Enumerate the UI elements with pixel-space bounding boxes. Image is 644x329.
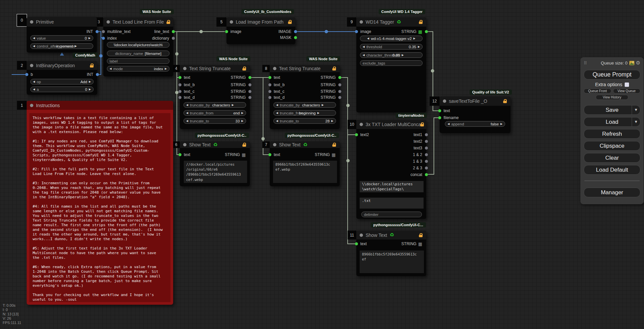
node-text-load-line-from-file[interactable]: Text Load Line From File multiline_text …	[103, 17, 173, 77]
node-save-text-to-file[interactable]: saveTextToFile _O text filename append f…	[440, 96, 510, 133]
node-load-image-from-path[interactable]: Load Image From Path image IMAGE MASK	[226, 17, 295, 44]
save-dropdown-caret[interactable]: ▼	[632, 105, 640, 114]
output-slot[interactable]	[96, 30, 99, 33]
truncate-by-widget[interactable]: truncate_by characters	[273, 102, 336, 108]
input-slot[interactable]	[268, 96, 271, 99]
output-slot[interactable]	[96, 73, 99, 76]
output-slot[interactable]	[248, 76, 251, 79]
show-text-output[interactable]: 8966b1fbbc5f269e643559613c ef	[360, 250, 424, 273]
output-slot[interactable]	[338, 76, 341, 79]
input-slot[interactable]	[268, 76, 271, 79]
dictionary-name-widget[interactable]: dictionary_name [filename]	[107, 51, 169, 56]
queue-front-button[interactable]: Queue Front	[584, 88, 611, 93]
collapse-dot-icon[interactable]	[360, 234, 363, 237]
collapse-dot-icon[interactable]	[273, 143, 276, 146]
output-slot[interactable]	[425, 153, 428, 156]
truncate-by-widget[interactable]: truncate_by characters	[183, 102, 246, 108]
input-slot[interactable]	[438, 116, 441, 119]
node-title-bar[interactable]: Text String Truncate	[180, 65, 250, 72]
output-slot[interactable]	[172, 37, 175, 40]
truncate-from-widget[interactable]: truncate_from end	[183, 110, 246, 116]
op-widget[interactable]: op Add	[30, 79, 94, 84]
collapse-dot-icon[interactable]	[360, 20, 363, 24]
node-show-text-11[interactable]: Show Text ♻ text STRING ▦ 8966b1fbbc5f26…	[356, 231, 426, 276]
instructions-text[interactable]: This workflow takes in a text file conta…	[29, 113, 170, 302]
input-slot[interactable]	[438, 109, 441, 112]
exclude-tags-widget[interactable]: exclude_tags	[360, 60, 423, 66]
collapse-dot-icon[interactable]	[30, 104, 33, 107]
node-title-bar[interactable]: Show Text ♻	[356, 231, 426, 240]
node-3x-txt-loader-multiconcat[interactable]: 3x TXT Loader MultiConcat text2 text1 te…	[356, 120, 426, 219]
refresh-button[interactable]: Refresh	[584, 129, 640, 139]
output-slot[interactable]	[338, 83, 341, 86]
output-slot[interactable]	[338, 96, 341, 99]
input-slot[interactable]	[355, 30, 358, 33]
output-slot[interactable]	[338, 90, 341, 93]
output-slot[interactable]	[425, 140, 428, 143]
collapse-dot-icon[interactable]	[183, 67, 186, 70]
input-slot[interactable]	[355, 243, 358, 246]
output-slot[interactable]	[248, 90, 251, 93]
node-title-bar[interactable]: Show Text ♻	[180, 141, 250, 148]
view-queue-button[interactable]: View Queue	[613, 88, 641, 93]
node-instructions-note[interactable]: Instructions This workflow takes in a te…	[27, 101, 173, 305]
node-wd14-tagger[interactable]: WD14 Tagger ♻ image STRING ▦ wd-v1-4-moa…	[356, 17, 426, 112]
input-slot[interactable]	[102, 37, 105, 40]
show-text-output[interactable]: //docker.local/pictures /original/60/e6 …	[184, 161, 247, 183]
input-slot[interactable]	[178, 96, 181, 99]
collapse-dot-icon[interactable]	[443, 99, 446, 103]
node-title-bar[interactable]: WD14 Tagger ♻	[356, 17, 426, 27]
output-slot[interactable]	[425, 133, 428, 136]
model-widget[interactable]: wd-v1-4-moat-tagger-v2	[360, 36, 423, 41]
node-title-bar[interactable]: Show Text ♻	[270, 141, 340, 148]
clear-button[interactable]: Clear	[584, 153, 640, 163]
file-path-widget[interactable]: \\docker.local\pictures\watch\	[107, 42, 169, 48]
gear-icon[interactable]: ⚙	[636, 61, 640, 66]
node-title-bar[interactable]: 3x TXT Loader MultiConcat	[356, 120, 426, 129]
mode-widget[interactable]: mode index	[107, 66, 169, 72]
node-show-text-6[interactable]: Show Text ♻ text STRING ▦ //docker.local…	[180, 141, 250, 186]
input-slot[interactable]	[268, 83, 271, 86]
extension-text-field[interactable]: .txt	[360, 198, 424, 209]
collapse-dot-icon[interactable]	[273, 67, 276, 70]
label-widget[interactable]: label	[107, 58, 169, 64]
collapse-dot-icon[interactable]	[107, 20, 110, 24]
node-title-bar[interactable]: Load Image From Path	[226, 17, 295, 27]
manager-button[interactable]: Manager	[584, 188, 640, 197]
truncate-to-widget[interactable]: truncate_to 33	[183, 118, 246, 124]
node-show-text-7[interactable]: Show Text ♻ text STRING ▦ 8966b1fbbc5f26…	[270, 141, 340, 186]
output-slot[interactable]	[425, 147, 428, 150]
load-default-button[interactable]: Load Default	[584, 165, 640, 175]
node-text-string-truncate-8[interactable]: Text String Truncate text STRING text_b …	[270, 65, 340, 129]
node-title-bar[interactable]: Instructions	[27, 101, 173, 110]
input-slot[interactable]	[178, 90, 181, 93]
output-slot[interactable]	[425, 30, 428, 33]
node-int-binary-operation[interactable]: IntBinaryOperation b INT op Add a 0	[27, 61, 97, 95]
node-title-bar[interactable]: Text String Truncate	[270, 65, 340, 72]
character-threshold-widget[interactable]: character_threshold 0.85	[360, 52, 423, 58]
collapse-dot-icon[interactable]	[360, 123, 363, 126]
show-text-output[interactable]: 8966b1fbbc5f269e643559613c ef.webp	[273, 161, 337, 183]
delimiter-widget[interactable]: delimiter	[361, 212, 422, 217]
queue-prompt-button[interactable]: Queue Prompt	[584, 70, 640, 80]
append-widget[interactable]: append false	[445, 121, 505, 127]
collapse-dot-icon[interactable]	[30, 64, 33, 67]
input-slot[interactable]	[178, 153, 181, 156]
control-after-generate-widget[interactable]: control_after_generate increment	[30, 43, 93, 49]
load-dropdown-caret[interactable]: ▼	[632, 117, 640, 126]
collapse-dot-icon[interactable]	[230, 20, 233, 24]
image-preview-icon[interactable]	[629, 61, 634, 65]
input-slot[interactable]	[225, 30, 228, 33]
truncate-to-widget[interactable]: truncate_to 28	[273, 118, 336, 124]
collapse-dot-icon[interactable]	[183, 143, 186, 146]
output-slot[interactable]	[294, 30, 297, 33]
node-text-string-truncate-4[interactable]: Text String Truncate text STRING text_b …	[180, 65, 250, 129]
input-slot[interactable]	[268, 90, 271, 93]
clipspace-button[interactable]: Clipspace	[584, 141, 640, 151]
load-button[interactable]: Load ▼	[584, 117, 640, 127]
output-slot[interactable]	[172, 30, 175, 33]
input-slot[interactable]	[268, 153, 271, 156]
collapse-dot-icon[interactable]	[30, 20, 33, 24]
view-history-button[interactable]: View History	[596, 95, 628, 100]
output-slot[interactable]	[248, 96, 251, 99]
